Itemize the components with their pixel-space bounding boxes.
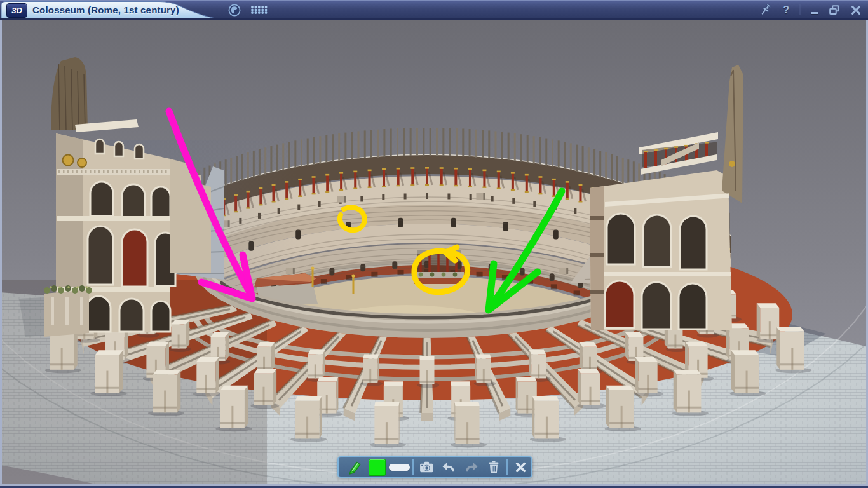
pen-tool-button[interactable] xyxy=(344,458,366,477)
redo-button[interactable] xyxy=(460,458,482,477)
restore-icon[interactable] xyxy=(828,4,841,17)
model-tab[interactable]: 3D Colosseum (Rome, 1st century) xyxy=(1,1,224,20)
toolbar-separator xyxy=(412,459,414,475)
app-window: 3D Colosseum (Rome, 1st century) xyxy=(0,0,868,488)
apps-grid-icon[interactable] xyxy=(250,5,269,15)
close-icon[interactable] xyxy=(850,4,862,16)
app-3d-logo: 3D xyxy=(6,3,27,18)
colosseum-3d-scene[interactable] xyxy=(2,20,866,484)
line-width-button[interactable] xyxy=(388,458,410,477)
snapshot-button[interactable] xyxy=(416,458,438,477)
minimize-icon[interactable] xyxy=(811,6,818,14)
viewport xyxy=(2,20,866,484)
line-width-icon xyxy=(389,464,410,471)
pushpin-icon[interactable] xyxy=(759,3,773,17)
close-drawing-mode-button[interactable] xyxy=(510,458,532,477)
color-swatch-button[interactable] xyxy=(366,458,388,477)
titlebar: 3D Colosseum (Rome, 1st century) xyxy=(0,0,868,20)
delete-drawings-button[interactable] xyxy=(482,458,505,477)
drawing-toolbar xyxy=(337,456,532,478)
toolbar-separator xyxy=(506,459,508,475)
model-title: Colosseum (Rome, 1st century) xyxy=(32,4,179,15)
globe-icon[interactable] xyxy=(227,3,241,17)
help-icon[interactable]: ? xyxy=(783,4,789,16)
titlebar-separator xyxy=(799,4,801,15)
undo-button[interactable] xyxy=(438,458,460,477)
current-color-swatch xyxy=(369,459,386,476)
